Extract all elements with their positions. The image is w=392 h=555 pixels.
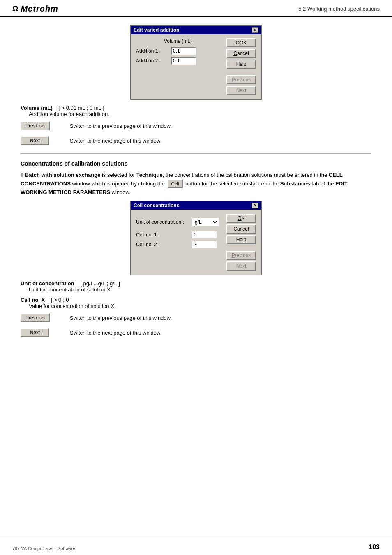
dialog2-ok-button[interactable]: OK xyxy=(226,214,256,223)
footer-software-label: 797 VA Computrace – Software xyxy=(12,546,75,551)
doc2-next-desc: Switch to the next page of this window. xyxy=(70,328,371,336)
dialog2-help-button[interactable]: Help xyxy=(226,235,256,244)
dialog1-close-button[interactable]: × xyxy=(252,27,258,33)
doc2-section: Unit of concentration [ pg/L...g/L ; g/L… xyxy=(21,280,371,337)
cell-concentrations-dialog: Cell concentrations × Unit of concentrat… xyxy=(130,201,262,275)
doc1-next-button[interactable]: Next xyxy=(21,136,49,145)
doc1-next-desc: Switch to the next page of this window. xyxy=(70,136,371,144)
para-text6: tab of the xyxy=(310,180,335,186)
dialog1-titlebar: Edit varied addition × xyxy=(131,26,261,34)
logo: Ω Metrohm xyxy=(12,4,58,14)
unit-concentration-select[interactable]: g/L xyxy=(192,218,219,226)
dialog2-title: Cell concentrations xyxy=(134,203,179,208)
dialog2-titlebar: Cell concentrations × xyxy=(131,201,261,210)
doc2-previous-button-col: Previous xyxy=(21,313,62,322)
doc1-previous-button[interactable]: Previous xyxy=(21,121,50,130)
doc1-field-desc: Addition volume for each addition. xyxy=(29,111,371,117)
dialog1-ok-button[interactable]: OOKOK xyxy=(226,38,256,47)
cell1-row: Cell no. 1 : xyxy=(136,231,220,238)
addition1-label: Addition 1 : xyxy=(136,48,169,54)
doc1-section: Volume (mL) [ > 0.01 mL ; 0 mL ] Additio… xyxy=(21,105,371,145)
doc2-previous-row: Previous Switch to the previous page of … xyxy=(21,313,371,322)
doc2-field1-name: Unit of concentration xyxy=(21,280,74,287)
addition2-row: Addition 2 : xyxy=(136,57,220,65)
doc2-next-button-col: Next xyxy=(21,328,62,337)
dialog2-section: Cell concentrations × Unit of concentrat… xyxy=(21,201,371,275)
dialog2-previous-button: Previous xyxy=(226,251,256,260)
doc2-next-row: Next Switch to the next page of this win… xyxy=(21,328,371,337)
para-text1: If xyxy=(21,172,25,178)
dialog1-title: Edit varied addition xyxy=(134,27,179,33)
para-bold2: Technique xyxy=(136,172,163,178)
dialog2-content-row: Unit of concentration : g/L Cell no. 1 : xyxy=(136,214,256,271)
doc2-field2-name: Cell no. X xyxy=(21,297,45,303)
dialog2-next-button: Next xyxy=(226,261,256,271)
doc1-volume-field: Volume (mL) [ > 0.01 mL ; 0 mL ] Additio… xyxy=(21,105,371,117)
doc2-previous-button[interactable]: Previous xyxy=(21,313,50,322)
para-text5: button for the selected substance in the xyxy=(185,180,280,186)
logo-text: Metrohm xyxy=(21,4,58,14)
doc2-cellno-field: Cell no. X [ > 0 ; 0 ] Value for concent… xyxy=(21,297,371,309)
dialog1-previous-button: Previous xyxy=(226,75,256,84)
section2: Concentrations of calibration solutions … xyxy=(21,160,371,337)
doc1-next-button-col: Next xyxy=(21,136,62,145)
cell1-input[interactable] xyxy=(192,231,217,238)
dialog2-cancel-button[interactable]: Cancel xyxy=(226,224,256,234)
doc1-previous-button-col: Previous xyxy=(21,121,62,130)
section-separator xyxy=(21,153,371,154)
para-text4: window which is opened by clicking the xyxy=(71,180,165,186)
dialog2-right: OK Cancel Help Previous Next xyxy=(226,214,256,271)
doc2-unit-field: Unit of concentration [ pg/L...g/L ; g/L… xyxy=(21,280,371,293)
page-footer: 797 VA Computrace – Software 103 xyxy=(0,539,392,555)
doc2-field2-range: [ > 0 ; 0 ] xyxy=(51,297,72,303)
content-area: Edit varied addition × Volume (mL) Addit… xyxy=(0,17,392,370)
para-text3: , the concentrations of the calibration … xyxy=(163,172,329,178)
cell1-label: Cell no. 1 : xyxy=(136,232,189,238)
cell-inline-button[interactable]: Cell xyxy=(167,179,183,189)
dialog1-cancel-button[interactable]: Cancel xyxy=(226,49,256,58)
dialog1-next-button: Next xyxy=(226,86,256,95)
unit-concentration-label: Unit of concentration : xyxy=(136,219,189,225)
addition2-label: Addition 2 : xyxy=(136,58,169,64)
logo-symbol: Ω xyxy=(12,5,18,13)
para-text2: is selected for xyxy=(100,172,136,178)
cell2-input[interactable] xyxy=(192,241,217,248)
dialog1-help-button[interactable]: Help xyxy=(226,60,256,69)
doc1-field-name: Volume (mL) xyxy=(21,105,53,111)
section2-heading: Concentrations of calibration solutions xyxy=(21,160,371,167)
doc1-next-row: Next Switch to the next page of this win… xyxy=(21,136,371,145)
dialog1-left: Volume (mL) Addition 1 : Addition 2 : xyxy=(136,38,220,67)
doc1-previous-row: Previous Switch to the previous page of … xyxy=(21,121,371,130)
dialog1-content-row: Volume (mL) Addition 1 : Addition 2 : OO… xyxy=(136,38,256,95)
dialog1-section: Edit varied addition × Volume (mL) Addit… xyxy=(21,25,371,100)
para-bold4: Substances xyxy=(280,180,310,186)
cell2-row: Cell no. 2 : xyxy=(136,241,220,248)
dialog1-right: OOKOK Cancel Help Previous Next xyxy=(226,38,256,95)
dialog1-body: Volume (mL) Addition 1 : Addition 2 : OO… xyxy=(131,34,261,99)
dialog2-body: Unit of concentration : g/L Cell no. 1 : xyxy=(131,210,261,275)
doc2-field1-desc: Unit for concentration of solution X. xyxy=(29,287,371,293)
doc2-field1-range: [ pg/L...g/L ; g/L ] xyxy=(80,280,120,287)
section2-para: If Batch with solution exchange is selec… xyxy=(21,171,371,197)
addition2-input[interactable] xyxy=(171,57,196,65)
doc2-next-button[interactable]: Next xyxy=(21,328,49,337)
doc2-field2-desc: Value for concentration of solution X. xyxy=(29,303,371,309)
edit-varied-addition-dialog: Edit varied addition × Volume (mL) Addit… xyxy=(130,25,262,100)
para-text7: window. xyxy=(110,189,131,195)
dialog2-left: Unit of concentration : g/L Cell no. 1 : xyxy=(136,214,220,251)
footer-page-number: 103 xyxy=(369,543,380,551)
addition1-row: Addition 1 : xyxy=(136,47,220,55)
addition1-input[interactable] xyxy=(171,47,196,55)
dialog1-volume-header: Volume (mL) xyxy=(136,38,220,44)
doc2-previous-desc: Switch to the previous page of this wind… xyxy=(70,313,371,321)
para-bold1: Batch with solution exchange xyxy=(25,172,100,178)
section-title: 5.2 Working method specifications xyxy=(298,6,380,12)
unit-concentration-row: Unit of concentration : g/L xyxy=(136,218,220,226)
cell2-label: Cell no. 2 : xyxy=(136,242,189,247)
dialog2-close-button[interactable]: × xyxy=(252,203,258,208)
doc1-previous-desc: Switch to the previous page of this wind… xyxy=(70,121,371,129)
page-header: Ω Metrohm 5.2 Working method specificati… xyxy=(0,0,392,17)
doc1-field-range: [ > 0.01 mL ; 0 mL ] xyxy=(58,105,104,111)
